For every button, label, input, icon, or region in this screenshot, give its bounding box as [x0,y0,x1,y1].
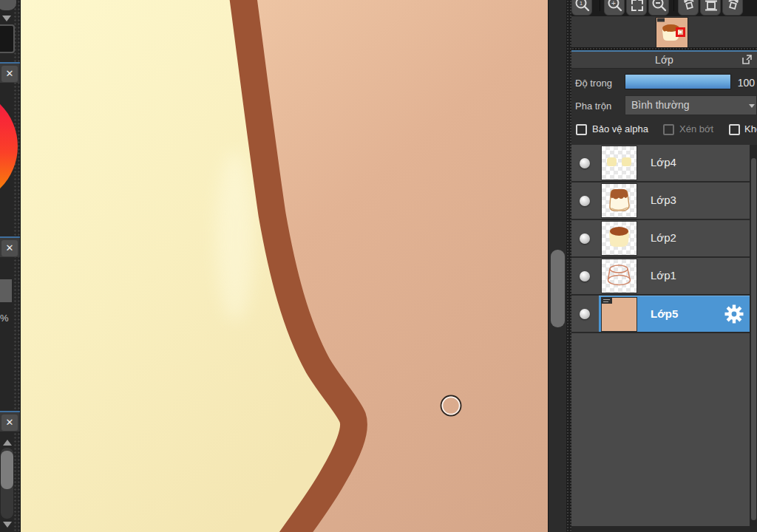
close-icon[interactable]: ✕ [1,240,18,256]
zoom-out-button[interactable] [648,0,669,16]
navigator-thumbnail[interactable] [656,18,688,47]
opacity-value: 100 [733,77,755,89]
blend-mode-select[interactable]: Bình thường [625,95,757,115]
dock-panel-header-brushlist: ✕ [0,411,20,432]
blend-mode-value: Bình thường [631,99,690,111]
dock-panel-header-color: ✕ [0,62,20,83]
layer-name: Lớp5 [651,307,678,320]
clipping-label: Xén bớt [679,123,713,134]
rotate-right-button[interactable] [722,0,743,16]
opacity-label: Độ trong [575,78,612,89]
reset-view-button[interactable] [700,0,721,16]
left-dock-panels: ✕ ✕ % ✕ [0,0,21,532]
brush-preview-box[interactable] [0,279,12,302]
blend-mode-label: Pha trộn [575,100,611,112]
visibility-dot[interactable] [580,271,590,282]
layer-name: Lớp1 [651,269,676,282]
layer-list-scrollbar[interactable] [750,145,757,526]
visibility-column [571,220,599,256]
layer-settings-gear-icon[interactable] [724,304,744,324]
rotate-left-button[interactable] [678,0,699,16]
layer-name: Lớp3 [651,194,676,206]
layer-thumbnail [602,184,637,217]
layer-row-body[interactable]: Lớp5 [599,296,750,332]
visibility-dot[interactable] [580,309,590,319]
chevron-down-icon [749,104,755,108]
canvas-vertical-scrollbar[interactable] [548,0,566,532]
navigator-strip [571,16,757,47]
chevron-down-icon[interactable] [2,16,11,21]
canvas-scrollbar-thumb[interactable] [551,250,565,327]
dock-divider-grip[interactable] [566,0,571,532]
layer-row-lop1[interactable]: Lớp1 [571,258,750,296]
lock-label: Khó [744,123,757,134]
protect-alpha-checkbox[interactable] [576,124,587,135]
fit-screen-icon [629,0,645,13]
scroll-down-arrow[interactable] [3,522,12,528]
visibility-dot[interactable] [580,233,590,244]
layer-row-lop5-selected[interactable]: Lớp5 [571,296,750,333]
clipping-checkbox [663,124,674,135]
layer-thumbnail [602,298,637,331]
brush-opacity-percent-label: % [0,313,9,324]
layer-name: Lớp4 [651,156,676,168]
navigator-pudding-preview [656,18,688,47]
layer-type-badge [602,298,612,304]
layer-list: Lớp4 Lớp3 [571,145,750,333]
svg-text:1: 1 [580,0,583,7]
app-window: ✕ ✕ % ✕ [0,0,757,532]
toolbar-separator [673,0,674,11]
visibility-column [571,258,599,294]
view-toolbar: 1 + [571,0,757,16]
toolbar-separator [600,0,600,11]
layer-list-empty-area[interactable] [571,333,750,526]
visibility-dot[interactable] [580,158,590,168]
close-icon[interactable]: ✕ [1,66,18,82]
rotate-left-icon [681,0,697,13]
svg-text:+: + [611,0,616,7]
visibility-column [571,183,599,219]
close-icon[interactable]: ✕ [1,415,18,431]
layer-thumbnail [602,146,637,180]
canvas-artwork [21,0,548,532]
protect-alpha-label: Bảo vệ alpha [592,123,648,134]
zoom-in-button[interactable]: + [604,0,625,16]
layer-row-body[interactable]: Lớp1 [599,258,750,294]
dock-scrollbar[interactable] [1,448,13,519]
layer-row-body[interactable]: Lớp4 [599,145,750,181]
layer-thumbnail [602,259,637,293]
zoom-actual-size-button[interactable]: 1 [571,0,592,16]
layer-list-scrollbar-thumb[interactable] [751,158,756,520]
color-swatch-box[interactable] [0,24,15,53]
scroll-up-arrow[interactable] [3,440,12,446]
fit-to-screen-button[interactable] [626,0,647,16]
cream-highlight [216,151,254,321]
visibility-dot[interactable] [580,196,590,206]
drawing-canvas[interactable] [21,0,548,532]
layer-row-lop4[interactable]: Lớp4 [571,145,750,183]
dock-panel-header-brush: ✕ [0,236,20,257]
layer-thumbnail [602,222,637,255]
magnifier-minus-icon [651,0,668,13]
lock-checkbox[interactable] [729,124,740,135]
visibility-column [571,296,599,332]
rotate-right-icon [725,0,741,13]
visibility-column [571,145,599,181]
layer-panel-header[interactable]: Lớp [571,52,757,69]
magnifier-plus-icon: + [607,0,623,13]
right-dock: 1 + [571,0,757,532]
magnifier-1-icon: 1 [574,0,591,13]
layer-row-lop3[interactable]: Lớp3 [571,183,750,220]
layer-row-lop2[interactable]: Lớp2 [571,220,750,258]
layer-row-body[interactable]: Lớp2 [599,220,750,256]
popout-icon[interactable] [741,54,753,65]
layer-row-body[interactable]: Lớp3 [599,183,750,219]
layer-panel-title: Lớp [571,54,757,66]
layer-name: Lớp2 [651,231,676,244]
opacity-slider[interactable] [625,74,731,89]
dock-scrollbar-thumb[interactable] [1,451,13,489]
reset-canvas-icon [703,0,719,13]
panel-bottom-strip [571,526,757,532]
